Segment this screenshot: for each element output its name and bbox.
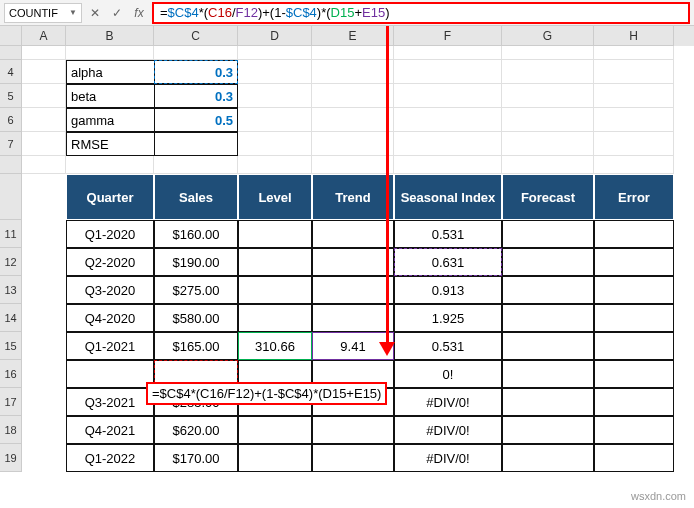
cell-forecast[interactable] — [502, 360, 594, 388]
fx-icon[interactable]: fx — [130, 4, 148, 22]
cell-trend[interactable] — [312, 416, 394, 444]
cell-quarter[interactable]: Q4-2021 — [66, 416, 154, 444]
row-header[interactable]: 5 — [0, 84, 22, 108]
cell-sales[interactable]: $190.00 — [154, 248, 238, 276]
cell-forecast[interactable] — [502, 332, 594, 360]
cell-seasonal[interactable]: 0.531 — [394, 332, 502, 360]
cell-seasonal[interactable]: 0.631 — [394, 248, 502, 276]
cell-error[interactable] — [594, 248, 674, 276]
col-header-G[interactable]: G — [502, 26, 594, 46]
param-label-beta[interactable]: beta — [66, 84, 154, 108]
cell-trend[interactable] — [312, 444, 394, 472]
row-header[interactable]: 16 — [0, 360, 22, 388]
cell-forecast[interactable] — [502, 444, 594, 472]
cell-seasonal[interactable]: #DIV/0! — [394, 444, 502, 472]
row-header[interactable] — [0, 46, 22, 60]
row-header[interactable]: 11 — [0, 220, 22, 248]
row-header[interactable]: 12 — [0, 248, 22, 276]
param-value-alpha[interactable]: 0.3 — [154, 60, 238, 84]
cell-forecast[interactable] — [502, 276, 594, 304]
cell-error[interactable] — [594, 276, 674, 304]
param-label-alpha[interactable]: alpha — [66, 60, 154, 84]
cell-seasonal[interactable]: 0! — [394, 360, 502, 388]
param-value-beta[interactable]: 0.3 — [154, 84, 238, 108]
hdr-trend[interactable]: Trend — [312, 174, 394, 220]
cell-error[interactable] — [594, 304, 674, 332]
enter-icon[interactable]: ✓ — [108, 4, 126, 22]
cell-error[interactable] — [594, 220, 674, 248]
cell-level[interactable] — [238, 304, 312, 332]
cell-seasonal[interactable]: #DIV/0! — [394, 388, 502, 416]
cell-sales[interactable]: $580.00 — [154, 304, 238, 332]
cell-seasonal[interactable]: 0.913 — [394, 276, 502, 304]
cancel-icon[interactable]: ✕ — [86, 4, 104, 22]
row-header[interactable]: 14 — [0, 304, 22, 332]
select-all-corner[interactable] — [0, 26, 22, 46]
cell-error[interactable] — [594, 444, 674, 472]
col-header-B[interactable]: B — [66, 26, 154, 46]
row-header[interactable]: 17 — [0, 388, 22, 416]
row-header[interactable]: 7 — [0, 132, 22, 156]
cell-quarter[interactable]: Q1-2022 — [66, 444, 154, 472]
cell-trend[interactable] — [312, 248, 394, 276]
hdr-quarter[interactable]: Quarter — [66, 174, 154, 220]
cell-error[interactable] — [594, 332, 674, 360]
param-label-gamma[interactable]: gamma — [66, 108, 154, 132]
cell-trend[interactable] — [312, 220, 394, 248]
col-header-H[interactable]: H — [594, 26, 674, 46]
row-header[interactable]: 6 — [0, 108, 22, 132]
col-header-F[interactable]: F — [394, 26, 502, 46]
cell-sales[interactable]: $170.00 — [154, 444, 238, 472]
col-header-E[interactable]: E — [312, 26, 394, 46]
cell-error[interactable] — [594, 416, 674, 444]
cell-error[interactable] — [594, 360, 674, 388]
cell-quarter[interactable]: Q3-2020 — [66, 276, 154, 304]
row-header[interactable]: 13 — [0, 276, 22, 304]
cell-level[interactable]: 310.66 — [238, 332, 312, 360]
cell-sales[interactable]: $275.00 — [154, 276, 238, 304]
hdr-sales[interactable]: Sales — [154, 174, 238, 220]
cell-quarter[interactable]: Q2-2020 — [66, 248, 154, 276]
formula-bar[interactable]: =$C$4*(C16/F12)+(1-$C$4)*(D15+E15) — [152, 2, 690, 24]
cell-seasonal[interactable]: 0.531 — [394, 220, 502, 248]
cell-forecast[interactable] — [502, 220, 594, 248]
cell-sales[interactable]: $620.00 — [154, 416, 238, 444]
param-value-gamma[interactable]: 0.5 — [154, 108, 238, 132]
cell-quarter[interactable]: Q4-2020 — [66, 304, 154, 332]
hdr-seasonal[interactable]: Seasonal Index — [394, 174, 502, 220]
cell-forecast[interactable] — [502, 388, 594, 416]
cell-trend[interactable] — [312, 276, 394, 304]
hdr-level[interactable]: Level — [238, 174, 312, 220]
row-header[interactable]: 19 — [0, 444, 22, 472]
cell-sales[interactable]: $160.00 — [154, 220, 238, 248]
cell-level[interactable] — [238, 276, 312, 304]
cell-forecast[interactable] — [502, 304, 594, 332]
param-value-rmse[interactable] — [154, 132, 238, 156]
cell-quarter[interactable] — [66, 360, 154, 388]
cell-forecast[interactable] — [502, 248, 594, 276]
col-header-C[interactable]: C — [154, 26, 238, 46]
cell[interactable] — [22, 60, 66, 84]
cell-seasonal[interactable]: 1.925 — [394, 304, 502, 332]
cell-level[interactable] — [238, 444, 312, 472]
cell-forecast[interactable] — [502, 416, 594, 444]
col-header-D[interactable]: D — [238, 26, 312, 46]
cell-quarter[interactable]: Q3-2021 — [66, 388, 154, 416]
cell-trend[interactable] — [312, 304, 394, 332]
param-label-rmse[interactable]: RMSE — [66, 132, 154, 156]
name-box[interactable]: COUNTIF ▼ — [4, 3, 82, 23]
cell-error[interactable] — [594, 388, 674, 416]
cell-level[interactable] — [238, 220, 312, 248]
row-header[interactable]: 18 — [0, 416, 22, 444]
col-header-A[interactable]: A — [22, 26, 66, 46]
row-header[interactable]: 15 — [0, 332, 22, 360]
hdr-error[interactable]: Error — [594, 174, 674, 220]
chevron-down-icon[interactable]: ▼ — [69, 8, 77, 17]
cell-level[interactable] — [238, 416, 312, 444]
cell-sales[interactable]: $165.00 — [154, 332, 238, 360]
hdr-forecast[interactable]: Forecast — [502, 174, 594, 220]
cell-quarter[interactable]: Q1-2021 — [66, 332, 154, 360]
cell-seasonal[interactable]: #DIV/0! — [394, 416, 502, 444]
row-header[interactable]: 4 — [0, 60, 22, 84]
cell-quarter[interactable]: Q1-2020 — [66, 220, 154, 248]
